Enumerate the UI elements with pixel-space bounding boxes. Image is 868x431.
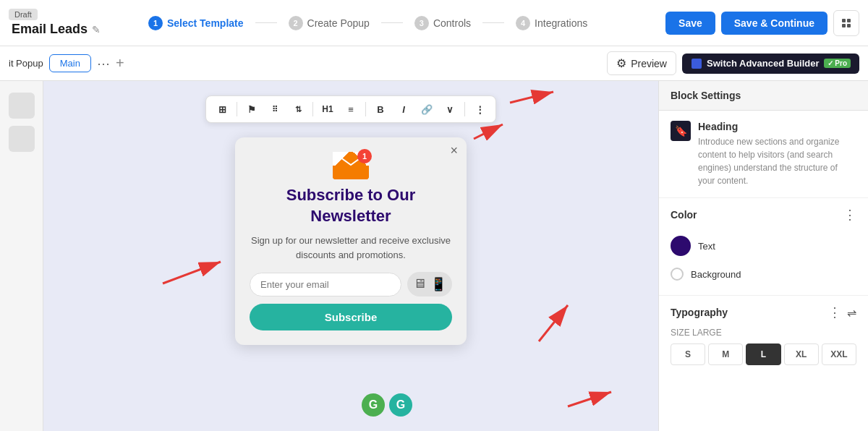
toolbar-bold-btn[interactable]: B (370, 99, 391, 119)
email-icon-wrapper: 1 (250, 152, 452, 179)
grammarly-green-icon[interactable]: G (362, 393, 385, 417)
email-input[interactable] (250, 273, 401, 296)
device-icons: 🖥 📱 (407, 272, 452, 296)
popup-card: × 1 Subscribe to Our Newsle (235, 137, 467, 345)
svg-rect-1 (847, 19, 851, 22)
size-row: S M L XL XXL (671, 343, 856, 365)
app-title: Email Leads (12, 22, 88, 37)
background-color-option[interactable]: Background (671, 262, 856, 286)
canvas-area: ⊞ ⚑ ⠿ ⇅ H1 ≡ B I 🔗 ∨ ⋮ × (43, 81, 658, 431)
desktop-icon[interactable]: 🖥 (413, 276, 426, 292)
main-tab[interactable]: Main (49, 54, 91, 72)
typography-section: Typography ⋮ ⇌ SIZE LARGE S M L XL XXL (659, 296, 868, 374)
edit-icon[interactable]: ✎ (92, 24, 101, 35)
popup-heading: Subscribe to Our Newsletter (250, 185, 452, 226)
text-color-swatch (671, 236, 691, 256)
step-2-num: 2 (289, 16, 303, 30)
popup-label: it Popup (9, 58, 43, 69)
heading-section: 🔖 Heading Introduce new sections and org… (659, 111, 868, 198)
step-divider-3 (482, 22, 504, 23)
toolbar-drag-btn[interactable]: ⠿ (265, 99, 285, 119)
save-continue-button[interactable]: Save & Continue (721, 12, 827, 35)
heading-line1: Subscribe to Our (286, 186, 415, 204)
svg-line-7 (510, 92, 553, 103)
adjust-icon[interactable]: ⇌ (847, 306, 856, 320)
nav-steps: 1 Select Template 2 Create Popup 3 Contr… (137, 12, 599, 35)
step-2[interactable]: 2 Create Popup (277, 12, 381, 35)
switch-advanced-button[interactable]: Switch Advanced Builder ✓ Pro (682, 54, 859, 74)
size-xxl-button[interactable]: XXL (822, 343, 856, 365)
size-s-button[interactable]: S (671, 343, 705, 365)
color-section-title-row: Color ⋮ (671, 207, 856, 223)
save-button[interactable]: Save (665, 12, 715, 35)
step-4-label: Integrations (535, 17, 587, 29)
block-settings-header: Block Settings (659, 81, 868, 111)
toolbar-bookmark-btn[interactable]: ⚑ (242, 99, 262, 119)
preview-label: Preview (631, 58, 667, 69)
mobile-icon[interactable]: 📱 (430, 276, 446, 292)
left-sidebar (0, 81, 43, 431)
heading-title: Heading (698, 121, 856, 132)
preview-gear-icon: ⚙ (616, 56, 626, 70)
subscribe-button[interactable]: Subscribe (250, 304, 452, 330)
heading-bookmark-icon: 🔖 (671, 121, 691, 141)
sidebar-icon-2[interactable] (9, 126, 35, 152)
toolbar-insert-btn[interactable]: ⊞ (212, 99, 232, 119)
color-section-title: Color (671, 209, 697, 221)
typography-more-icon[interactable]: ⋮ (828, 304, 841, 320)
size-l-button[interactable]: L (746, 343, 780, 365)
svg-rect-3 (847, 24, 851, 27)
size-xl-button[interactable]: XL (784, 343, 819, 365)
toolbar-h1-btn[interactable]: H1 (318, 99, 338, 119)
step-1-num: 1 (148, 16, 163, 30)
pro-badge: ✓ Pro (824, 59, 851, 68)
typography-title-row: Typography ⋮ ⇌ (671, 304, 856, 320)
step-3-num: 3 (414, 16, 429, 30)
text-color-option[interactable]: Text (671, 230, 856, 262)
toolbar-italic-btn[interactable]: I (393, 99, 414, 119)
top-bar: Draft Email Leads ✎ 1 Select Template 2 … (0, 0, 868, 46)
switch-label: Switch Advanced Builder (707, 58, 820, 69)
preview-button[interactable]: ⚙ Preview (607, 51, 676, 75)
toolbar-link-btn[interactable]: 🔗 (417, 99, 437, 119)
svg-line-10 (539, 305, 568, 341)
toolbar-align-btn[interactable]: ≡ (341, 99, 361, 119)
tab-more-icon[interactable]: ⋯ (97, 56, 110, 72)
add-tab-icon[interactable]: + (116, 55, 124, 72)
toolbar-more-btn[interactable]: ∨ (440, 99, 460, 119)
toolbar-div-4 (464, 102, 465, 116)
draft-badge: Draft (9, 9, 38, 20)
toolbar-div-2 (312, 102, 313, 116)
step-1-label: Select Template (167, 17, 244, 29)
sidebar-icon-1[interactable] (9, 93, 35, 119)
text-color-label: Text (698, 241, 715, 252)
toolbar-updown-btn[interactable]: ⇅ (288, 99, 308, 119)
svg-rect-2 (842, 24, 846, 27)
notification-dot: 1 (357, 149, 372, 163)
heading-desc: Heading Introduce new sections and organ… (698, 121, 856, 187)
color-section: Color ⋮ Text Background (659, 198, 868, 296)
svg-rect-0 (842, 19, 846, 22)
step-divider-1 (255, 22, 277, 23)
grammarly-teal-icon[interactable]: G (389, 393, 412, 417)
main-content: ⊞ ⚑ ⠿ ⇅ H1 ≡ B I 🔗 ∨ ⋮ × (0, 81, 868, 431)
toolbar-div-1 (237, 102, 237, 116)
popup-subtext: Sign up for our newsletter and receive e… (250, 234, 452, 262)
heading-description: Introduce new sections and organize cont… (698, 135, 856, 187)
svg-rect-4 (692, 59, 702, 69)
toolbar-div-3 (365, 102, 366, 116)
toolbar-extra-btn[interactable]: ⋮ (469, 99, 490, 119)
step-4[interactable]: 4 Integrations (504, 12, 599, 35)
step-1[interactable]: 1 Select Template (137, 12, 255, 35)
color-more-icon[interactable]: ⋮ (843, 207, 856, 223)
step-4-num: 4 (516, 16, 530, 30)
extra-icon-button[interactable] (833, 10, 859, 36)
svg-line-11 (568, 392, 611, 406)
sub-bar: it Popup Main ⋯ + ⚙ Preview Switch Advan… (0, 46, 868, 81)
step-divider-2 (381, 22, 403, 23)
step-3-label: Controls (433, 17, 471, 29)
size-m-button[interactable]: M (708, 343, 743, 365)
size-label: SIZE LARGE (671, 328, 856, 338)
step-3[interactable]: 3 Controls (403, 12, 482, 35)
right-panel: Block Settings 🔖 Heading Introduce new s… (658, 81, 868, 431)
